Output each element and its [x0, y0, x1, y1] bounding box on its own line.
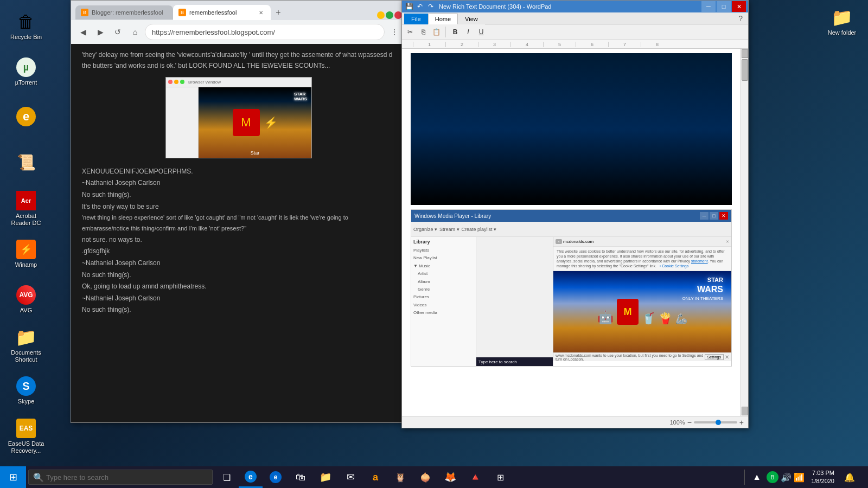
- taskbar-vlc-button[interactable]: 🔺: [463, 466, 487, 488]
- settings-button[interactable]: Settings: [705, 354, 724, 360]
- zoom-in-button[interactable]: +: [739, 418, 744, 427]
- tab1-label: Blogger: rememberlessfool: [92, 9, 163, 16]
- chrome-tab-1[interactable]: B Blogger: rememberlessfool: [75, 5, 173, 20]
- taskbar-amazon-button[interactable]: a: [363, 466, 387, 488]
- blog-screenshot: Browser Window M ⚡ STARWARS Star: [165, 77, 312, 158]
- ribbon-copy-button[interactable]: ⎘: [417, 26, 429, 38]
- desktop-icon-recycle-bin[interactable]: 🗑 Recycle Bin: [4, 4, 48, 48]
- chrome-minimize-button[interactable]: [377, 11, 385, 19]
- taskbar-vlc-icon: 🔺: [469, 471, 481, 483]
- acrobat-label: Acrobat Reader DC: [7, 213, 46, 227]
- scroll-thumb[interactable]: [742, 59, 748, 81]
- wordpad-footer: 100% − +: [402, 416, 748, 428]
- nested-close[interactable]: ✕: [719, 212, 728, 220]
- wordpad-minimize-button[interactable]: ─: [701, 1, 716, 12]
- desktop-icon-skype[interactable]: S Skype: [4, 369, 48, 412]
- wordpad-scrollbar[interactable]: [741, 49, 748, 416]
- close-location-button[interactable]: ✕: [725, 354, 729, 360]
- desktop-icon-new-folder[interactable]: 📁 New folder: [820, 4, 864, 38]
- wordpad-qat: 💾 ↶ ↷ New Rich Text Document (304) - Wor…: [402, 1, 748, 12]
- taskbar-mail-button[interactable]: ✉: [339, 466, 362, 488]
- utorrent-icon: µ: [15, 56, 37, 78]
- ribbon-help-button[interactable]: ?: [735, 13, 746, 24]
- easeus-icon: EAS: [15, 418, 37, 439]
- forward-button[interactable]: ▶: [93, 24, 108, 40]
- blog-line11: ~Nathaniel Joseph Carlson: [82, 293, 395, 305]
- avg-label: AVG: [20, 307, 32, 314]
- blog-line3: No such thing(s).: [82, 189, 395, 201]
- desktop-icon-avg[interactable]: AVG AVG: [4, 278, 48, 321]
- zoom-slider-thumb[interactable]: [716, 420, 721, 425]
- task-view-button[interactable]: ❏: [215, 466, 239, 488]
- taskbar-winbar-button[interactable]: ⊞: [488, 466, 512, 488]
- tray-network-icon[interactable]: 📶: [794, 472, 805, 483]
- taskbar-store-button[interactable]: 🛍: [289, 466, 312, 488]
- new-folder-label: New folder: [828, 29, 857, 36]
- action-center-button[interactable]: 🔔: [841, 466, 858, 488]
- tab2-favicon: B: [178, 9, 186, 16]
- blog-line1: XENOUUEOEINIFJOEMPOERPHMS.: [82, 166, 395, 178]
- new-tab-button[interactable]: +: [271, 5, 286, 20]
- reload-button[interactable]: ↺: [110, 24, 125, 40]
- qat-save-button[interactable]: 💾: [404, 2, 414, 11]
- taskbar-tor-button[interactable]: 🧅: [413, 466, 437, 488]
- desktop-icon-ie[interactable]: e: [4, 95, 48, 139]
- ribbon-tab-home[interactable]: Home: [428, 14, 458, 24]
- tray-show-hidden-button[interactable]: ▲: [749, 470, 764, 485]
- blog-line5: 'newt thing in sleep experience' sort of…: [82, 213, 395, 234]
- nested-maximize[interactable]: □: [710, 212, 718, 220]
- zoom-slider[interactable]: [694, 421, 737, 423]
- recycle-bin-label: Recycle Bin: [10, 34, 42, 41]
- taskbar-explorer-icon: 📁: [320, 471, 331, 483]
- chrome-close-button[interactable]: [394, 11, 402, 19]
- taskbar-tripadvisor-button[interactable]: 🦉: [388, 466, 412, 488]
- wordpad-window: 💾 ↶ ↷ New Rich Text Document (304) - Wor…: [401, 0, 749, 428]
- chrome-content: 'they' deleay me from seeing the 'viewco…: [71, 44, 406, 422]
- ribbon-bold-button[interactable]: B: [449, 26, 461, 38]
- taskbar-firefox-button[interactable]: 🦊: [438, 466, 462, 488]
- nested-minimize[interactable]: ─: [700, 212, 709, 220]
- zoom-out-button[interactable]: −: [687, 418, 692, 427]
- skype-icon: S: [15, 375, 37, 397]
- desktop-icon-acrobat[interactable]: Acr Acrobat Reader DC: [4, 187, 48, 230]
- wordpad-maximize-button[interactable]: □: [717, 1, 731, 12]
- back-button[interactable]: ◀: [75, 24, 91, 40]
- address-bar[interactable]: https://rememberlessfool.blogspot.com/: [145, 24, 385, 40]
- taskbar-explorer-button[interactable]: 📁: [314, 466, 337, 488]
- nested-titlebar: Windows Media Player - Library ─ □ ✕: [411, 210, 731, 222]
- desktop-icon-winamp[interactable]: ⚡ Winamp: [4, 232, 48, 275]
- taskbar-edge-button[interactable]: e: [239, 466, 263, 488]
- desktop-icons-left: 🗑 Recycle Bin µ µTorrent e 📜: [0, 0, 52, 488]
- taskbar-ie-button[interactable]: e: [264, 466, 288, 488]
- ribbon-paste-button[interactable]: 📋: [430, 26, 442, 38]
- extensions-button[interactable]: ⋮: [387, 24, 402, 40]
- taskbar-search[interactable]: 🔍: [28, 470, 213, 485]
- wordpad-close-button[interactable]: ✕: [732, 1, 746, 12]
- documents-icon: 📁: [15, 326, 37, 348]
- desktop-icon-documents[interactable]: 📁 Documents Shortcut: [4, 323, 48, 367]
- qat-redo-button[interactable]: ↷: [426, 2, 436, 11]
- home-button[interactable]: ⌂: [127, 24, 143, 40]
- ribbon-tab-file[interactable]: File: [404, 14, 428, 24]
- chrome-tab-2[interactable]: B rememberlessfool ✕: [173, 5, 271, 20]
- nested-main: × mcdonalds.com ✕ This website uses cook…: [476, 237, 731, 366]
- chrome-maximize-button[interactable]: [386, 11, 393, 19]
- qat-undo-button[interactable]: ↶: [415, 2, 425, 11]
- tab2-close-button[interactable]: ✕: [257, 8, 265, 17]
- ribbon-italic-button[interactable]: I: [462, 26, 474, 38]
- ribbon-underline-button[interactable]: U: [475, 26, 487, 38]
- desktop-icon-easeus[interactable]: EAS EaseUS Data Recovery...: [4, 414, 48, 458]
- search-input[interactable]: [46, 473, 208, 481]
- desktop-icon-cert[interactable]: 📜: [4, 141, 48, 184]
- show-desktop-button[interactable]: [860, 466, 864, 488]
- ribbon-cut-button[interactable]: ✂: [404, 26, 416, 38]
- blog-line9: No such thing(s).: [82, 269, 395, 281]
- taskbar: ⊞ 🔍 ❏ e e 🛍 📁 ✉: [0, 466, 868, 488]
- wordpad-content[interactable]: Windows Media Player - Library ─ □ ✕ Org…: [402, 49, 741, 416]
- start-button[interactable]: ⊞: [0, 466, 26, 488]
- ribbon-tab-view[interactable]: View: [458, 14, 485, 24]
- star-label: Star: [251, 150, 260, 156]
- taskbar-tripadvisor-icon: 🦉: [395, 472, 406, 483]
- tray-speaker-icon[interactable]: 🔊: [781, 472, 792, 483]
- desktop-icon-utorrent[interactable]: µ µTorrent: [4, 50, 48, 93]
